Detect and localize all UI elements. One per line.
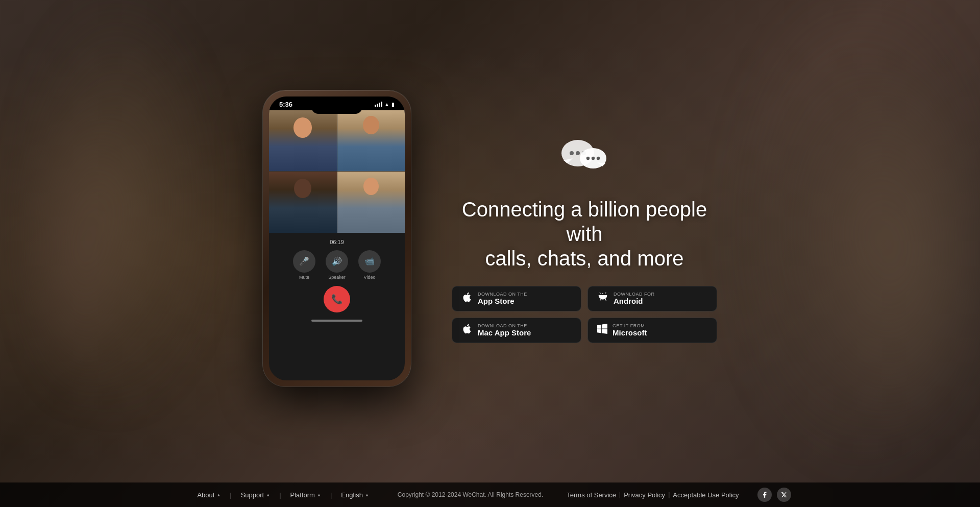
footer-english-label: English — [341, 491, 363, 499]
dot-6 — [597, 156, 600, 159]
android-icon — [597, 292, 608, 306]
download-buttons: Download on the App Store Download for A… — [452, 286, 717, 343]
android-text: Download for Android — [614, 292, 655, 305]
mute-label: Mute — [299, 275, 309, 280]
phone-mockup: 5:36 ▲ ▮ — [263, 90, 411, 387]
footer-platform-label: Platform — [290, 491, 315, 499]
dot-1 — [570, 151, 574, 155]
windows-icon — [597, 324, 607, 337]
signal-bar-1 — [375, 105, 376, 107]
footer-acceptable-use[interactable]: Acceptable Use Policy — [670, 491, 742, 499]
signal-bar-3 — [379, 103, 380, 107]
wechat-logo-svg — [556, 134, 612, 175]
mac-main: Mac App Store — [478, 328, 531, 337]
footer-nav: About ▲ | Support ▲ | Platform ▲ | Engli… — [189, 491, 377, 499]
appstore-text: Download on the App Store — [478, 292, 527, 305]
mac-text: Download on the Mac App Store — [478, 323, 531, 337]
microsoft-text: Get it from Microsoft — [612, 323, 647, 337]
footer-english-arrow: ▲ — [365, 493, 369, 497]
signal-bar-2 — [377, 104, 378, 107]
tagline: Connecting a billion people with calls, … — [452, 197, 717, 271]
footer-support-label: Support — [241, 491, 264, 499]
footer-nav-support[interactable]: Support ▲ — [233, 491, 278, 499]
person-head-4 — [363, 178, 379, 195]
end-call-icon: 📞 — [331, 294, 342, 305]
video-button[interactable]: 📹 Video — [358, 250, 381, 280]
mute-button[interactable]: 🎤 Mute — [293, 250, 315, 280]
video-cell-2 — [337, 110, 405, 172]
mute-icon-circle: 🎤 — [293, 250, 315, 273]
call-controls: 06:19 🎤 Mute 🔊 Speaker 📹 Video — [269, 233, 405, 330]
phone-notch — [311, 103, 362, 114]
android-main: Android — [614, 297, 655, 305]
right-content: Connecting a billion people with calls, … — [452, 134, 717, 343]
footer-nav-english[interactable]: English ▲ — [333, 491, 377, 499]
apple-mac-icon — [461, 323, 473, 337]
android-sub: Download for — [614, 292, 655, 297]
person-head-1 — [293, 117, 312, 138]
end-call-button[interactable]: 📞 — [324, 286, 350, 312]
video-call-grid — [269, 110, 405, 233]
person-head-2 — [363, 116, 379, 134]
main-content: 5:36 ▲ ▮ — [0, 0, 980, 507]
footer-privacy[interactable]: Privacy Policy — [621, 491, 668, 499]
download-microsoft[interactable]: Get it from Microsoft — [587, 318, 717, 343]
apple-icon — [461, 292, 473, 306]
control-buttons: 🎤 Mute 🔊 Speaker 📹 Video — [293, 250, 381, 280]
footer-terms[interactable]: Terms of Service — [564, 491, 619, 499]
appstore-main: App Store — [478, 297, 527, 305]
signal-bars — [375, 102, 382, 107]
dot-4 — [586, 156, 590, 159]
footer-nav-about[interactable]: About ▲ — [189, 491, 229, 499]
download-appstore[interactable]: Download on the App Store — [452, 286, 581, 311]
footer-about-label: About — [197, 491, 214, 499]
dot-2 — [576, 151, 580, 155]
tagline-line2: calls, chats, and more — [485, 247, 683, 270]
footer-copyright: Copyright © 2012-2024 WeChat. All Rights… — [398, 491, 543, 498]
person-head-3 — [294, 179, 311, 198]
video-cell-3 — [269, 172, 337, 233]
battery-icon: ▮ — [391, 102, 395, 107]
phone-frame: 5:36 ▲ ▮ — [263, 90, 411, 387]
footer-links: Terms of Service | Privacy Policy | Acce… — [564, 491, 742, 499]
dot-5 — [592, 156, 595, 159]
download-mac[interactable]: Download on the Mac App Store — [452, 318, 581, 343]
appstore-sub: Download on the — [478, 292, 527, 297]
footer-support-arrow: ▲ — [266, 493, 270, 497]
home-indicator — [311, 320, 362, 322]
mac-sub: Download on the — [478, 323, 531, 328]
download-android[interactable]: Download for Android — [587, 286, 717, 311]
status-time: 5:36 — [279, 101, 292, 108]
tagline-line1: Connecting a billion people with — [462, 198, 707, 245]
facebook-icon[interactable] — [757, 488, 772, 502]
twitter-x-icon[interactable] — [777, 488, 791, 502]
phone-screen: 5:36 ▲ ▮ — [269, 96, 405, 380]
microsoft-sub: Get it from — [612, 323, 647, 328]
call-timer: 06:19 — [330, 239, 344, 245]
wifi-icon: ▲ — [384, 102, 389, 107]
wechat-logo — [556, 134, 612, 177]
microsoft-main: Microsoft — [612, 328, 647, 337]
speaker-button[interactable]: 🔊 Speaker — [326, 250, 348, 280]
status-icons: ▲ ▮ — [375, 102, 395, 107]
footer-socials — [757, 488, 791, 502]
signal-bar-4 — [381, 102, 382, 107]
footer-nav-platform[interactable]: Platform ▲ — [282, 491, 329, 499]
video-cell-4 — [337, 172, 405, 233]
speaker-label: Speaker — [328, 275, 346, 280]
footer-platform-arrow: ▲ — [317, 493, 321, 497]
video-label: Video — [364, 275, 376, 280]
footer: About ▲ | Support ▲ | Platform ▲ | Engli… — [0, 482, 980, 507]
footer-about-arrow: ▲ — [216, 493, 220, 497]
video-icon-circle: 📹 — [358, 250, 381, 273]
speaker-icon-circle: 🔊 — [326, 250, 348, 273]
video-cell-1 — [269, 110, 337, 172]
